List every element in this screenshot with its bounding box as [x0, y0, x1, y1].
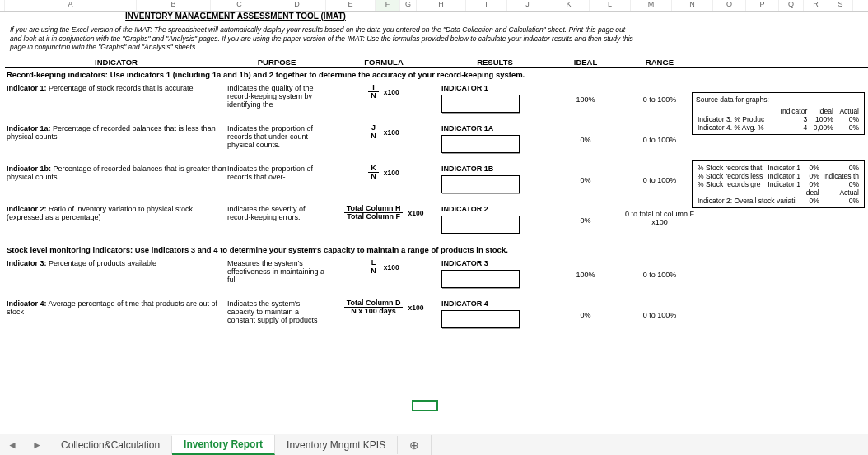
hdr-range: RANGE [623, 57, 697, 67]
ind3-result-box[interactable] [441, 270, 520, 288]
ind1-range: 0 to 100% [623, 84, 697, 104]
table-row: Indicator 3. % Produc3100%0% [696, 115, 861, 123]
ind4-purpose: Indicates the system's capacity to maint… [227, 299, 326, 324]
ind1a-purpose: Indicates the proportion of records that… [227, 124, 326, 149]
ind1a-result-box[interactable] [441, 135, 520, 153]
tab-prev-icon[interactable]: ◄ [7, 439, 17, 451]
tab-next-icon[interactable]: ► [32, 439, 42, 451]
col-S[interactable]: S [828, 0, 853, 11]
tab-nav: ◄ ► [0, 439, 49, 451]
ind1a-range: 0 to 100% [623, 124, 697, 144]
column-headers: A B C D E F G H I J K L M N O P Q R S [0, 0, 868, 12]
ind1b-purpose: Indicates the proportion of records that… [227, 165, 326, 181]
ind1a-result-label: INDICATOR 1A [441, 124, 548, 132]
ind1b-result-label: INDICATOR 1B [441, 165, 548, 173]
section-stocklevel: Stock level monitoring indicators: Use i… [7, 245, 868, 254]
table-row: Indicator 4. % Avg. %40,00%0% [696, 123, 861, 132]
ind4-range: 0 to 100% [623, 299, 697, 319]
ind2-result-label: INDICATOR 2 [441, 205, 548, 213]
ind3-label: Indicator 3: [7, 259, 47, 267]
table-header-row: INDICATOR PURPOSE FORMULA RESULTS IDEAL … [5, 57, 868, 68]
col-G[interactable]: G [400, 0, 417, 11]
ind3-desc: Percentage of products available [47, 259, 157, 267]
table-row: Indicator 2: Overall stock variati0%0% [696, 197, 861, 205]
ind4-result-box[interactable] [441, 310, 520, 328]
page-title: INVENTORY MANAGEMENT ASSESSMENT TOOL (IM… [5, 12, 466, 21]
table-row: % Stock records lessIndicator 10%Indicat… [696, 172, 861, 180]
side-stock-records: % Stock records thatIndicator 10%0% % St… [692, 160, 865, 208]
ind3-purpose: Measures the system's effectiveness in m… [227, 259, 326, 284]
tab-add-sheet[interactable]: ⊕ [398, 435, 432, 455]
ind1b-label: Indicator 1b: [7, 165, 51, 173]
tab-kpis[interactable]: Inventory Mngmt KPIS [275, 436, 398, 454]
side-source-data: Source data for graphs: IndicatorIdealAc… [692, 92, 865, 135]
ind1-label: Indicator 1: [7, 84, 47, 92]
ind3-range: 0 to 100% [623, 259, 697, 279]
ind1-desc: Percentage of stock records that is accu… [47, 84, 194, 92]
ind1a-label: Indicator 1a: [7, 124, 51, 132]
ind2-result-box[interactable] [441, 216, 520, 234]
row-indicator-3: Indicator 3: Percentage of products avai… [5, 259, 868, 288]
ind1b-range: 0 to 100% [623, 165, 697, 184]
hdr-purpose: PURPOSE [227, 57, 326, 67]
col-R[interactable]: R [804, 0, 828, 11]
ind1b-ideal: 0% [548, 165, 623, 184]
ind1-purpose: Indicates the quality of the record-keep… [227, 84, 326, 109]
col-D[interactable]: D [268, 0, 326, 11]
ind2-purpose: Indicates the severity of record-keeping… [227, 205, 326, 221]
row-indicator-4: Indicator 4: Average percentage of time … [5, 299, 868, 328]
hdr-results: RESULTS [441, 57, 548, 67]
ind1-ideal: 100% [548, 84, 623, 104]
side1-title: Source data for graphs: [696, 95, 861, 104]
hdr-ideal: IDEAL [548, 57, 623, 67]
col-I[interactable]: I [466, 0, 507, 11]
ind3-result-label: INDICATOR 3 [441, 259, 548, 267]
table-row: % Stock records greIndicator 10%0% [696, 180, 861, 188]
ind1-result-box[interactable] [441, 95, 520, 113]
col-O[interactable]: O [713, 0, 746, 11]
table-row: % Stock records thatIndicator 10%0% [696, 164, 861, 172]
ind2-range: 0 to total of column F x100 [623, 205, 697, 226]
ind2-ideal: 0% [548, 205, 623, 225]
col-E[interactable]: E [326, 0, 376, 11]
ind1b-formula: KN x100 [326, 165, 441, 181]
ind4-ideal: 0% [548, 299, 623, 319]
ind1b-result-box[interactable] [441, 175, 520, 193]
ind4-formula: Total Column DN x 100 days x100 [326, 299, 441, 316]
ind2-formula: Total Column HTotal Column F x100 [326, 205, 441, 221]
col-K[interactable]: K [548, 0, 590, 11]
active-cell[interactable] [412, 400, 438, 411]
ind1-formula: IN x100 [326, 84, 441, 100]
ind3-ideal: 100% [548, 259, 623, 279]
col-C[interactable]: C [211, 0, 268, 11]
col-P[interactable]: P [746, 0, 779, 11]
col-N[interactable]: N [672, 0, 713, 11]
hdr-formula: FORMULA [326, 57, 441, 67]
col-H[interactable]: H [417, 0, 466, 11]
worksheet: A B C D E F G H I J K L M N O P Q R S IN… [0, 0, 868, 455]
ind2-label: Indicator 2: [7, 205, 47, 213]
intro-text: If you are using the Excel version of th… [10, 26, 636, 52]
sheet-tabs: ◄ ► Collection&Calculation Inventory Rep… [0, 434, 868, 455]
tab-inventory-report[interactable]: Inventory Report [172, 435, 275, 455]
col-L[interactable]: L [590, 0, 631, 11]
col-Q[interactable]: Q [779, 0, 804, 11]
ind1a-formula: JN x100 [326, 124, 441, 141]
col-A[interactable]: A [5, 0, 137, 11]
ind1a-ideal: 0% [548, 124, 623, 144]
ind4-result-label: INDICATOR 4 [441, 299, 548, 308]
section-recordkeeping: Record-keeping indicators: Use indicator… [7, 70, 868, 79]
ind4-label: Indicator 4: [7, 299, 47, 308]
hdr-indicator: INDICATOR [5, 57, 227, 67]
row-indicator-2: Indicator 2: Ratio of inventory variatio… [5, 205, 868, 234]
ind1-result-label: INDICATOR 1 [441, 84, 548, 92]
tab-collection[interactable]: Collection&Calculation [49, 436, 172, 454]
col-J[interactable]: J [507, 0, 548, 11]
col-M[interactable]: M [631, 0, 672, 11]
col-F[interactable]: F [376, 0, 400, 11]
ind3-formula: LN x100 [326, 259, 441, 276]
col-B[interactable]: B [137, 0, 211, 11]
